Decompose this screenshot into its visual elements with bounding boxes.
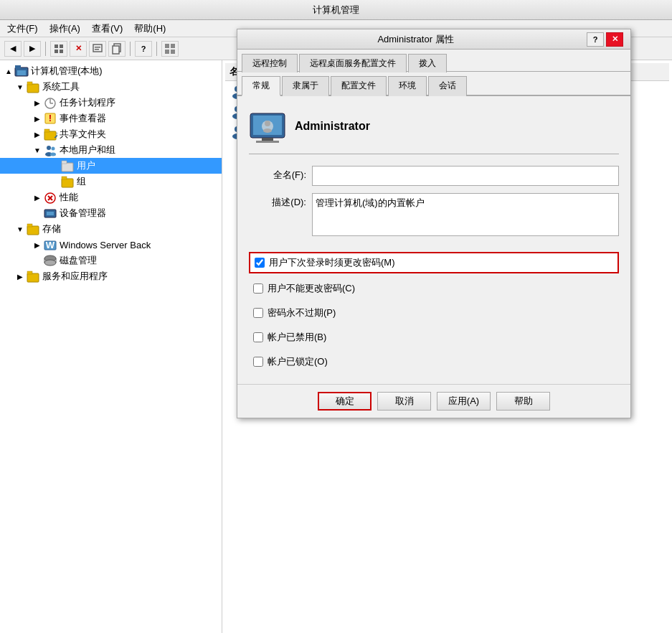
btn-help[interactable]: ? — [135, 41, 152, 57]
menu-help[interactable]: 帮助(H) — [130, 21, 170, 37]
sep2 — [130, 42, 131, 56]
sep3 — [156, 42, 157, 56]
tab-bar-bottom: 常规 隶属于 配置文件 环境 会话 — [237, 72, 630, 96]
checkbox-locked-input[interactable] — [253, 357, 263, 367]
svg-rect-47 — [27, 273, 39, 282]
btn-delete[interactable]: ✕ — [70, 41, 87, 57]
svg-rect-24 — [44, 129, 49, 132]
tab-remote-desktop[interactable]: 远程桌面服务配置文件 — [299, 54, 407, 72]
expand-perf[interactable]: ▶ — [32, 194, 43, 202]
user-name: Administrator — [295, 120, 370, 133]
btn-cancel[interactable]: 取消 — [377, 392, 431, 411]
tree-backup-label: Windows Server Back — [60, 240, 151, 250]
title-bar: 计算机管理 — [0, 0, 672, 20]
tree-storage-label: 存储 — [42, 222, 61, 235]
btn-forward[interactable]: ▶ — [24, 41, 41, 57]
dialog: Administrator 属性 ? ✕ 远程控制 远程桌面服务配置文件 拨入 … — [237, 29, 631, 418]
btn-help-footer[interactable]: 帮助 — [496, 392, 550, 411]
tab-profile[interactable]: 配置文件 — [331, 76, 387, 96]
svg-rect-38 — [47, 212, 54, 215]
svg-rect-3 — [60, 50, 63, 53]
checkbox-disabled-label[interactable]: 帐户已禁用(B) — [268, 331, 326, 344]
dialog-title-text: Administrator 属性 — [245, 33, 587, 46]
btn-copy[interactable] — [108, 41, 126, 57]
menu-view[interactable]: 查看(V) — [87, 21, 127, 37]
svg-point-28 — [52, 147, 55, 151]
tree-performance[interactable]: ▶ 性能 — [0, 189, 222, 205]
checkbox-cannot-change-input[interactable] — [253, 283, 263, 294]
checkbox-never-expire-label[interactable]: 密码永不过期(P) — [268, 306, 336, 319]
svg-rect-16 — [27, 84, 39, 93]
tab-general[interactable]: 常规 — [242, 76, 280, 96]
menu-file[interactable]: 文件(F) — [3, 21, 42, 37]
svg-rect-15 — [15, 65, 21, 68]
tab-remote-control[interactable]: 远程控制 — [242, 54, 298, 72]
description-input[interactable]: 管理计算机(域)的内置帐户 — [312, 193, 619, 236]
tree-disk-mgmt[interactable]: 磁盘管理 — [0, 253, 222, 268]
tree-device-label: 设备管理器 — [60, 207, 106, 220]
tree-storage[interactable]: ▼ 存储 — [0, 221, 222, 237]
expand-backup[interactable]: ▶ — [32, 241, 43, 249]
checkbox-disabled-input[interactable] — [253, 332, 263, 342]
svg-rect-9 — [165, 44, 169, 48]
tree-device-manager[interactable]: 设备管理器 — [0, 205, 222, 221]
expand-services[interactable]: ▶ — [14, 273, 26, 281]
tab-session[interactable]: 会话 — [428, 76, 467, 96]
checkbox-must-change-label[interactable]: 用户下次登录时须更改密码(M) — [269, 256, 395, 269]
tab-member-of[interactable]: 隶属于 — [282, 76, 329, 96]
tree-local-users[interactable]: ▼ 本地用户和组 — [0, 142, 222, 158]
svg-point-61 — [263, 128, 272, 133]
svg-rect-6 — [95, 49, 99, 50]
btn-apply[interactable]: 应用(A) — [437, 392, 491, 411]
svg-rect-58 — [256, 141, 279, 143]
dialog-help-btn[interactable]: ? — [587, 32, 604, 47]
expand-root[interactable]: ▲ — [3, 67, 14, 75]
tree-system-tools[interactable]: ▼ 系统工具 — [0, 79, 222, 95]
expand-storage[interactable]: ▼ — [14, 225, 26, 233]
tree-users[interactable]: 用户 — [0, 158, 222, 174]
btn-up[interactable] — [50, 41, 67, 57]
expand-task[interactable]: ▶ — [32, 99, 43, 107]
checkbox-cannot-change-label[interactable]: 用户不能更改密码(C) — [268, 282, 355, 295]
svg-rect-48 — [27, 271, 32, 274]
btn-back[interactable]: ◀ — [4, 41, 22, 57]
fullname-input[interactable] — [312, 166, 619, 186]
checkbox-locked-label[interactable]: 帐户已锁定(O) — [268, 355, 328, 368]
checkbox-never-expire-input[interactable] — [253, 308, 263, 318]
tree-users-label: 用户 — [77, 159, 95, 172]
tree-event-viewer[interactable]: ▶ ! 事件查看器 — [0, 111, 222, 126]
expand-system[interactable]: ▼ — [14, 83, 26, 91]
dialog-close-btn[interactable]: ✕ — [606, 32, 623, 47]
fullname-row: 全名(F): — [249, 166, 619, 186]
tree-shared-folder[interactable]: ▶ ↗ 共享文件夹 — [0, 126, 222, 142]
tree-groups[interactable]: 组 — [0, 174, 222, 189]
tab-environment[interactable]: 环境 — [388, 76, 427, 96]
tree-system-tools-label: 系统工具 — [42, 80, 80, 93]
svg-point-60 — [265, 121, 270, 126]
expand-local[interactable]: ▼ — [32, 146, 43, 154]
checkbox-must-change-input[interactable] — [255, 258, 265, 268]
btn-ok[interactable]: 确定 — [318, 392, 372, 411]
checkbox-disabled: 帐户已禁用(B) — [249, 328, 619, 347]
btn-properties[interactable] — [89, 41, 106, 57]
menu-action[interactable]: 操作(A) — [45, 21, 85, 37]
tree-services[interactable]: ▶ 服务和应用程序 — [0, 268, 222, 284]
expand-event[interactable]: ▶ — [32, 115, 43, 123]
svg-rect-31 — [62, 161, 67, 164]
tab-dial-in[interactable]: 拨入 — [408, 54, 447, 72]
svg-rect-2 — [55, 50, 58, 53]
description-row: 描述(D): 管理计算机(域)的内置帐户 — [249, 193, 619, 236]
tree-local-users-label: 本地用户和组 — [60, 144, 115, 156]
svg-point-29 — [50, 153, 56, 156]
svg-text:!: ! — [49, 113, 52, 123]
expand-shared[interactable]: ▶ — [32, 131, 43, 139]
tree-windows-backup[interactable]: ▶ W Windows Server Back — [0, 237, 222, 253]
btn-grid[interactable] — [161, 41, 179, 57]
svg-point-44 — [44, 260, 56, 266]
tree-disk-label: 磁盘管理 — [60, 254, 97, 267]
checkbox-locked: 帐户已锁定(O) — [249, 352, 619, 371]
tree-task-scheduler[interactable]: ▶ 任务计划程序 — [0, 95, 222, 111]
sep1 — [45, 42, 46, 56]
tree-root[interactable]: ▲ 计算机管理(本地) — [0, 63, 222, 79]
tree-task-label: 任务计划程序 — [60, 96, 115, 109]
